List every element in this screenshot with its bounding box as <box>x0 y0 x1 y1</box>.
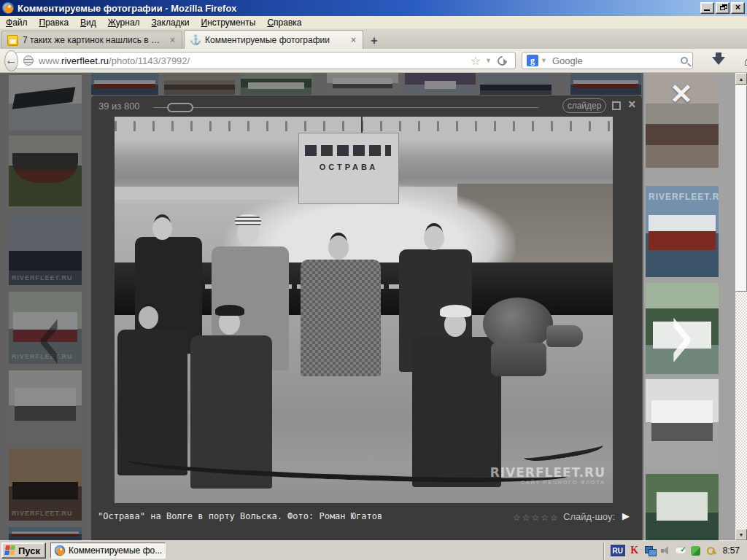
thumbnail-photo[interactable] <box>480 73 551 95</box>
star-icon[interactable]: ☆ <box>550 513 560 523</box>
photo-watermark: RIVERFLEET.RU САЙТ РЕЧНОГО ФЛОТА <box>490 465 605 485</box>
thumbnail-photo[interactable] <box>646 474 719 540</box>
previous-photo-arrow[interactable]: ‹ <box>35 288 64 386</box>
tab-close-icon[interactable]: × <box>349 35 357 45</box>
star-icon[interactable]: ☆ <box>522 513 532 523</box>
language-indicator[interactable]: RU <box>611 545 625 556</box>
start-button[interactable]: Пуск <box>1 542 46 559</box>
photo-viewer-panel: 39 из 800 слайдер × ОСТРАВА <box>91 96 642 540</box>
lightbox-photo[interactable]: ОСТРАВА <box>115 117 613 503</box>
star-icon[interactable]: ☆ <box>532 513 541 523</box>
star-icon[interactable]: ☆ <box>541 513 550 523</box>
start-label: Пуск <box>18 545 40 556</box>
thumbnail-photo[interactable] <box>241 73 311 95</box>
urlbar-dropdown-icon[interactable]: ▼ <box>483 57 494 64</box>
search-icon[interactable] <box>681 57 688 64</box>
bookmark-star-icon[interactable]: ☆ <box>468 54 483 68</box>
menu-history[interactable]: Журнал <box>102 16 146 29</box>
downloads-icon[interactable] <box>712 57 725 71</box>
url-text: www. <box>39 55 61 66</box>
ship-name: ОСТРАВА <box>299 163 398 171</box>
photo-person-hat <box>235 214 261 226</box>
tab-close-icon[interactable]: × <box>169 35 177 45</box>
volume-tray-icon[interactable] <box>659 545 671 556</box>
restore-button[interactable] <box>716 2 729 14</box>
network-tray-icon[interactable] <box>644 545 656 556</box>
photo-person <box>301 260 381 376</box>
next-photo-arrow[interactable]: › <box>667 287 696 385</box>
search-engine-dropdown-icon[interactable]: ▼ <box>538 57 549 64</box>
navigation-toolbar: ← www.riverfleet.ru/photo/1143/37992/ ☆ … <box>0 49 747 73</box>
thumbnail-photo[interactable] <box>570 73 641 95</box>
back-button[interactable]: ← <box>4 50 18 71</box>
scroll-up-icon[interactable]: ▲ <box>735 73 747 85</box>
url-domain: riverfleet.ru <box>61 55 109 66</box>
close-button[interactable]: × <box>731 2 745 14</box>
yandex-images-icon <box>7 35 18 46</box>
viewer-close-icon[interactable]: ✕ <box>670 80 693 108</box>
slideshow-play-icon[interactable]: ▶ <box>622 510 630 521</box>
home-icon[interactable]: ⌂ <box>744 53 747 68</box>
thumbnail-photo[interactable] <box>405 73 476 95</box>
scrollbar[interactable]: ▲ ▼ <box>735 73 747 540</box>
wheelhouse-windows <box>305 145 391 156</box>
minimize-button[interactable] <box>700 2 714 14</box>
menu-file[interactable]: Файл <box>0 16 34 29</box>
photo-person-head <box>139 306 158 329</box>
menu-view[interactable]: Вид <box>74 16 102 29</box>
thumbnail-photo[interactable] <box>164 73 235 95</box>
search-bar[interactable]: g ▼ <box>522 52 693 69</box>
maximize-icon[interactable] <box>612 101 621 110</box>
tab-commented-photos[interactable]: ⚓ Комментируемые фотографии × <box>184 30 363 49</box>
site-identity-icon[interactable] <box>23 55 34 66</box>
google-engine-icon[interactable]: g <box>527 55 538 66</box>
menu-help[interactable]: Справка <box>261 16 307 29</box>
cloud-sync-tray-icon[interactable] <box>675 545 686 556</box>
tab-label: Комментируемые фотографии <box>205 35 345 45</box>
photo-bollard-base <box>491 343 546 376</box>
thumbnail-photo[interactable] <box>9 527 82 540</box>
menu-bar: Файл Правка Вид Журнал Закладки Инструме… <box>0 16 747 29</box>
star-icon[interactable]: ☆ <box>513 513 522 523</box>
url-bar[interactable]: www.riverfleet.ru/photo/1143/37992/ ☆ ▼ <box>15 52 516 69</box>
thumbnail-photo[interactable]: RIVERFLEET.RU <box>9 449 82 521</box>
taskbar-firefox-button[interactable]: Комментируемые фо... <box>50 542 166 559</box>
thumbnail-photo[interactable] <box>9 75 82 130</box>
close-icon[interactable]: × <box>628 97 636 112</box>
thumbnail-photo[interactable] <box>91 73 158 95</box>
scroll-down-icon[interactable]: ▼ <box>735 529 747 540</box>
slider-track[interactable] <box>153 107 538 108</box>
antivirus-tray-icon[interactable]: K <box>629 545 640 556</box>
url-path: /photo/1143/37992/ <box>109 55 190 66</box>
key-tray-icon[interactable] <box>705 545 717 556</box>
photo-wheelhouse: ОСТРАВА <box>298 133 399 204</box>
scrollbar-thumb[interactable] <box>735 85 747 292</box>
thumbnail-watermark: RIVERFLEET.RU <box>12 510 73 517</box>
menu-bookmarks[interactable]: Закладки <box>146 16 196 29</box>
thumbnail-photo[interactable] <box>9 136 82 206</box>
taskbar-clock[interactable]: 8:57 <box>723 545 740 556</box>
firefox-icon <box>55 545 65 556</box>
anchor-favicon: ⚓ <box>190 34 201 45</box>
photo-person-head <box>328 236 349 260</box>
photo-person-head <box>152 217 172 240</box>
watermark-text: RIVERFLEET.RU <box>490 465 605 480</box>
window-titlebar[interactable]: Комментируемые фотографии - Mozilla Fire… <box>0 0 747 16</box>
menu-edit[interactable]: Правка <box>34 16 75 29</box>
watermark-subtext: САЙТ РЕЧНОГО ФЛОТА <box>490 480 605 485</box>
photo-person-hat <box>440 305 471 317</box>
update-tray-icon[interactable] <box>690 545 702 556</box>
thumbnail-photo[interactable] <box>327 73 398 95</box>
slider-mode-button[interactable]: слайдер <box>562 98 606 113</box>
reload-icon[interactable] <box>495 54 508 67</box>
slider-handle[interactable] <box>167 103 193 112</box>
photo-counter: 39 из 800 <box>98 101 140 112</box>
thumbnail-photo[interactable]: RIVERFLEET.RU <box>646 186 719 277</box>
windows-logo-icon <box>4 545 16 556</box>
thumbnail-photo[interactable]: RIVERFLEET.RU <box>9 214 82 285</box>
search-input[interactable] <box>552 55 681 66</box>
new-tab-button[interactable]: + <box>365 33 383 49</box>
tab-label: 7 таких же картинок нашлись в Яндек... <box>23 35 164 45</box>
tab-yandex-images[interactable]: 7 таких же картинок нашлись в Яндек... × <box>1 31 182 49</box>
menu-tools[interactable]: Инструменты <box>196 16 262 29</box>
